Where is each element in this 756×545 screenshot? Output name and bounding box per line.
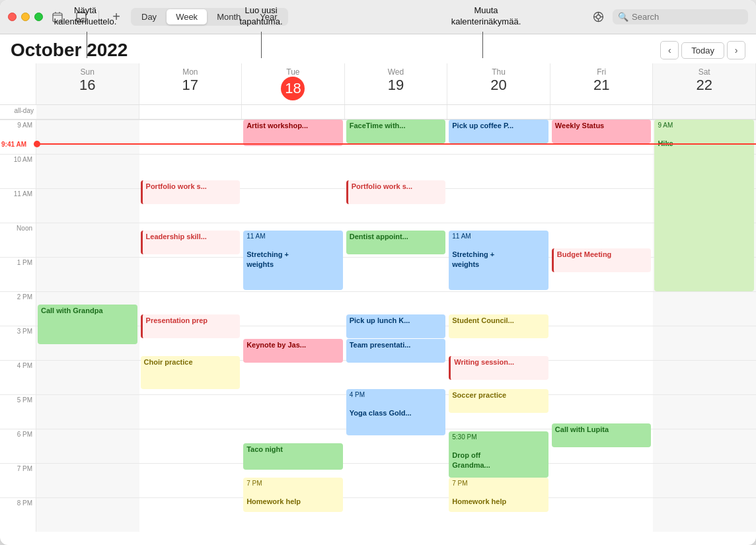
cell-1pm-mon[interactable] (139, 257, 243, 291)
cell-5pm-sat[interactable] (653, 394, 756, 429)
event-th4[interactable]: Writing session... (449, 356, 548, 380)
cell-4pm-sun[interactable] (36, 360, 139, 394)
cell-1pm-sun[interactable] (36, 257, 139, 291)
event-th1[interactable]: Pick up coffee P... (449, 120, 548, 143)
cell-8pm-mon[interactable] (139, 497, 243, 532)
calendar-header: October 2022 ‹ Today › (0, 34, 756, 63)
prev-week-button[interactable]: ‹ (660, 41, 679, 59)
event-w3[interactable]: Dentist appoint... (346, 231, 446, 254)
event-t5[interactable]: 7 PMHomework help (243, 478, 343, 512)
event-th5[interactable]: Soccer practice (449, 389, 548, 413)
event-f1[interactable]: Weekly Status (552, 120, 652, 143)
cell-10am-tue[interactable] (242, 154, 345, 188)
event-th7[interactable]: 7 PMHomework help (449, 478, 548, 512)
cell-10am-fri[interactable] (550, 154, 654, 188)
today-button[interactable]: Today (681, 42, 724, 59)
cell-8pm-fri[interactable] (550, 497, 654, 532)
add-event-button[interactable]: + (107, 8, 126, 26)
toolbar-separator (98, 11, 99, 24)
event-s1[interactable]: Call with Grandpa (38, 305, 137, 344)
event-t1[interactable]: Artist workshop... (243, 120, 343, 146)
month-view-button[interactable]: Month (208, 9, 250, 24)
cell-10am-sun[interactable] (36, 154, 139, 188)
cell-6pm-sun[interactable] (36, 429, 139, 463)
calendar-grid: Sun 16 Mon 17 Tue 18 Wed 19 Thu 20 (0, 63, 756, 545)
cell-3pm-sat[interactable] (653, 326, 756, 360)
cell-10am-thu[interactable] (447, 154, 550, 188)
cell-2pm-tue[interactable] (242, 291, 345, 326)
cell-8pm-sun[interactable] (36, 497, 139, 532)
cell-7pm-mon[interactable] (139, 463, 243, 497)
cell-4pm-tue[interactable] (242, 360, 345, 394)
cell-7pm-wed[interactable] (345, 463, 448, 497)
cell-7pm-sun[interactable] (36, 463, 139, 497)
cell-11am-thu[interactable] (447, 188, 550, 223)
event-w5[interactable]: Team presentati... (346, 339, 446, 363)
cell-3pm-fri[interactable] (550, 326, 654, 360)
event-t2[interactable]: 11 AMStretching +weights (243, 231, 343, 290)
event-t3[interactable]: Keynote by Jas... (243, 339, 343, 363)
event-m3[interactable]: Presentation prep (141, 314, 241, 338)
cell-11am-tue[interactable] (242, 188, 345, 223)
event-w6[interactable]: 4 PMYoga class Gold... (346, 389, 446, 435)
cell-5pm-tue[interactable] (242, 394, 345, 429)
cell-9am-mon[interactable] (139, 120, 243, 154)
event-m2[interactable]: Leadership skill... (141, 231, 241, 254)
svg-rect-4 (77, 13, 86, 22)
cell-7pm-sat[interactable] (653, 463, 756, 497)
cell-9am-sun[interactable] (36, 120, 139, 154)
cell-4pm-fri[interactable] (550, 360, 654, 394)
year-view-button[interactable]: Year (250, 9, 286, 24)
allday-tue (242, 105, 345, 119)
event-w2[interactable]: Portfolio work s... (346, 180, 446, 204)
cell-8pm-sat[interactable] (653, 497, 756, 532)
nav-arrows: ‹ Today › (660, 41, 745, 59)
allday-mon (139, 105, 243, 119)
cell-2pm-sat[interactable] (653, 291, 756, 326)
cell-4pm-sat[interactable] (653, 360, 756, 394)
search-box[interactable]: 🔍 (613, 9, 748, 24)
cell-1pm-wed[interactable] (345, 257, 448, 291)
cell-2pm-fri[interactable] (550, 291, 654, 326)
event-w4[interactable]: Pick up lunch K... (346, 314, 446, 338)
event-t4[interactable]: Taco night (243, 443, 343, 470)
svg-rect-0 (53, 13, 62, 22)
month-year-title: October 2022 (11, 40, 660, 61)
cell-6pm-sat[interactable] (653, 429, 756, 463)
event-sa1[interactable]: 9 AMHike (654, 120, 754, 291)
cell-6pm-mon[interactable] (139, 429, 243, 463)
cell-11am-sun[interactable] (36, 188, 139, 223)
cell-8pm-wed[interactable] (345, 497, 448, 532)
minimize-button[interactable] (21, 13, 30, 21)
cell-7pm-fri[interactable] (550, 463, 654, 497)
event-th2[interactable]: 11 AMStretching +weights (449, 231, 548, 290)
time-4pm: 4 PM (0, 360, 36, 394)
time-scroll[interactable]: 9 AM 10 AM (0, 120, 756, 545)
week-view-button[interactable]: Week (167, 9, 207, 24)
allday-wed (345, 105, 448, 119)
event-th6[interactable]: 5:30 PMDrop offGrandma... (449, 431, 548, 478)
day-header-sat: Sat 22 (653, 63, 756, 104)
event-m1[interactable]: Portfolio work s... (141, 180, 241, 204)
calendar-list-button[interactable] (48, 8, 67, 26)
close-button[interactable] (8, 13, 17, 21)
event-f2[interactable]: Budget Meeting (552, 248, 652, 272)
event-m4[interactable]: Choir practice (141, 356, 241, 389)
event-th3[interactable]: Student Council... (449, 314, 548, 338)
calendars-button[interactable] (589, 8, 607, 26)
allday-row: all-day (0, 105, 756, 120)
calendar-window: + Day Week Month Year 🔍 (0, 0, 756, 545)
cell-5pm-mon[interactable] (139, 394, 243, 429)
search-input[interactable] (632, 12, 743, 22)
cell-noon-sun[interactable] (36, 223, 139, 257)
cell-11am-fri[interactable] (550, 188, 654, 223)
event-f3[interactable]: Call with Lupita (552, 423, 652, 447)
allday-sun (36, 105, 139, 119)
fullscreen-button[interactable] (34, 13, 43, 21)
day-header-tue: Tue 18 (242, 63, 345, 104)
event-w1[interactable]: FaceTime with... (346, 120, 446, 143)
next-week-button[interactable]: › (727, 41, 745, 59)
inbox-button[interactable] (72, 8, 91, 26)
cell-5pm-sun[interactable] (36, 394, 139, 429)
day-view-button[interactable]: Day (132, 9, 166, 24)
